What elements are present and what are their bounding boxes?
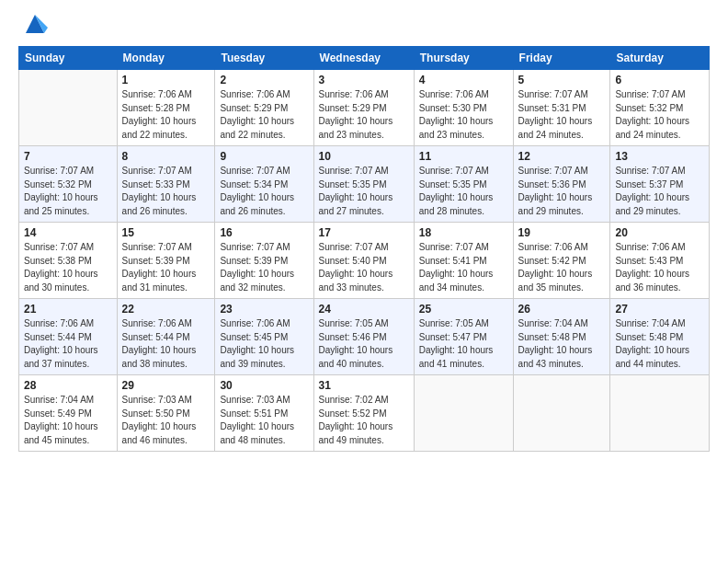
header	[18, 15, 710, 37]
calendar-cell: 16Sunrise: 7:07 AMSunset: 5:39 PMDayligh…	[215, 223, 313, 299]
cell-date-number: 10	[319, 150, 409, 163]
cell-info: Sunrise: 7:06 AMSunset: 5:43 PMDaylight:…	[615, 241, 704, 294]
calendar-cell: 23Sunrise: 7:06 AMSunset: 5:45 PMDayligh…	[215, 299, 313, 375]
calendar-cell: 4Sunrise: 7:06 AMSunset: 5:30 PMDaylight…	[414, 70, 513, 146]
calendar-cell: 21Sunrise: 7:06 AMSunset: 5:44 PMDayligh…	[19, 299, 118, 375]
calendar-cell: 27Sunrise: 7:04 AMSunset: 5:48 PMDayligh…	[610, 299, 710, 375]
calendar-cell: 20Sunrise: 7:06 AMSunset: 5:43 PMDayligh…	[610, 223, 710, 299]
cell-info: Sunrise: 7:06 AMSunset: 5:44 PMDaylight:…	[122, 317, 210, 371]
cell-info: Sunrise: 7:07 AMSunset: 5:40 PMDaylight:…	[319, 241, 409, 294]
weekday-row: SundayMondayTuesdayWednesdayThursdayFrid…	[19, 47, 710, 70]
cell-info: Sunrise: 7:07 AMSunset: 5:36 PMDaylight:…	[518, 165, 606, 218]
cell-date-number: 14	[24, 226, 112, 239]
calendar-week-5: 28Sunrise: 7:04 AMSunset: 5:49 PMDayligh…	[19, 375, 710, 452]
calendar-cell: 28Sunrise: 7:04 AMSunset: 5:49 PMDayligh…	[19, 375, 118, 452]
cell-date-number: 26	[518, 303, 606, 316]
calendar-cell: 14Sunrise: 7:07 AMSunset: 5:38 PMDayligh…	[19, 223, 118, 299]
calendar-cell: 13Sunrise: 7:07 AMSunset: 5:37 PMDayligh…	[610, 146, 710, 223]
cell-info: Sunrise: 7:07 AMSunset: 5:35 PMDaylight:…	[419, 165, 508, 218]
weekday-header-friday: Friday	[513, 47, 610, 70]
calendar-cell: 10Sunrise: 7:07 AMSunset: 5:35 PMDayligh…	[313, 146, 414, 223]
cell-info: Sunrise: 7:03 AMSunset: 5:51 PMDaylight:…	[220, 394, 308, 447]
calendar-cell: 2Sunrise: 7:06 AMSunset: 5:29 PMDaylight…	[215, 70, 313, 146]
cell-date-number: 13	[615, 150, 704, 163]
cell-info: Sunrise: 7:02 AMSunset: 5:52 PMDaylight:…	[319, 394, 409, 447]
cell-date-number: 6	[615, 74, 704, 86]
cell-date-number: 12	[518, 150, 606, 163]
cell-date-number: 9	[220, 150, 308, 163]
cell-date-number: 15	[122, 226, 210, 239]
cell-info: Sunrise: 7:05 AMSunset: 5:46 PMDaylight:…	[319, 317, 409, 371]
cell-date-number: 16	[220, 226, 308, 239]
cell-date-number: 4	[419, 74, 508, 86]
cell-date-number: 28	[24, 379, 112, 392]
cell-info: Sunrise: 7:06 AMSunset: 5:28 PMDaylight:…	[122, 88, 210, 142]
calendar-cell: 17Sunrise: 7:07 AMSunset: 5:40 PMDayligh…	[313, 223, 414, 299]
cell-date-number: 2	[220, 74, 308, 86]
weekday-header-monday: Monday	[117, 47, 215, 70]
calendar-cell: 22Sunrise: 7:06 AMSunset: 5:44 PMDayligh…	[117, 299, 215, 375]
calendar-cell: 26Sunrise: 7:04 AMSunset: 5:48 PMDayligh…	[513, 299, 610, 375]
calendar-body: 1Sunrise: 7:06 AMSunset: 5:28 PMDaylight…	[19, 70, 710, 452]
cell-date-number: 24	[319, 303, 409, 316]
calendar-cell: 5Sunrise: 7:07 AMSunset: 5:31 PMDaylight…	[513, 70, 610, 146]
calendar-cell	[19, 70, 118, 146]
cell-date-number: 3	[319, 74, 409, 86]
calendar-week-3: 14Sunrise: 7:07 AMSunset: 5:38 PMDayligh…	[19, 223, 710, 299]
cell-date-number: 7	[24, 150, 112, 163]
cell-info: Sunrise: 7:06 AMSunset: 5:44 PMDaylight:…	[24, 317, 112, 371]
cell-date-number: 17	[319, 226, 409, 239]
cell-date-number: 8	[122, 150, 210, 163]
cell-info: Sunrise: 7:07 AMSunset: 5:35 PMDaylight:…	[319, 165, 409, 218]
cell-date-number: 31	[319, 379, 409, 392]
calendar-cell	[610, 375, 710, 452]
cell-info: Sunrise: 7:06 AMSunset: 5:29 PMDaylight:…	[220, 88, 308, 142]
cell-info: Sunrise: 7:07 AMSunset: 5:39 PMDaylight:…	[220, 241, 308, 294]
calendar-cell: 19Sunrise: 7:06 AMSunset: 5:42 PMDayligh…	[513, 223, 610, 299]
logo-icon	[22, 11, 48, 37]
cell-info: Sunrise: 7:07 AMSunset: 5:38 PMDaylight:…	[24, 241, 112, 294]
weekday-header-wednesday: Wednesday	[313, 47, 414, 70]
weekday-header-tuesday: Tuesday	[215, 47, 313, 70]
cell-info: Sunrise: 7:03 AMSunset: 5:50 PMDaylight:…	[122, 394, 210, 447]
cell-info: Sunrise: 7:06 AMSunset: 5:45 PMDaylight:…	[220, 317, 308, 371]
calendar-table: SundayMondayTuesdayWednesdayThursdayFrid…	[18, 46, 710, 452]
cell-date-number: 5	[518, 74, 606, 86]
cell-info: Sunrise: 7:07 AMSunset: 5:33 PMDaylight:…	[122, 165, 210, 218]
cell-info: Sunrise: 7:06 AMSunset: 5:30 PMDaylight:…	[419, 88, 508, 142]
calendar-cell: 3Sunrise: 7:06 AMSunset: 5:29 PMDaylight…	[313, 70, 414, 146]
cell-info: Sunrise: 7:07 AMSunset: 5:37 PMDaylight:…	[615, 165, 704, 218]
logo	[18, 15, 48, 37]
calendar-cell	[513, 375, 610, 452]
calendar-cell: 31Sunrise: 7:02 AMSunset: 5:52 PMDayligh…	[313, 375, 414, 452]
cell-info: Sunrise: 7:06 AMSunset: 5:42 PMDaylight:…	[518, 241, 606, 294]
calendar-week-4: 21Sunrise: 7:06 AMSunset: 5:44 PMDayligh…	[19, 299, 710, 375]
calendar-cell: 18Sunrise: 7:07 AMSunset: 5:41 PMDayligh…	[414, 223, 513, 299]
calendar-cell: 25Sunrise: 7:05 AMSunset: 5:47 PMDayligh…	[414, 299, 513, 375]
cell-info: Sunrise: 7:07 AMSunset: 5:41 PMDaylight:…	[419, 241, 508, 294]
calendar-cell: 11Sunrise: 7:07 AMSunset: 5:35 PMDayligh…	[414, 146, 513, 223]
cell-date-number: 20	[615, 226, 704, 239]
cell-date-number: 22	[122, 303, 210, 316]
cell-date-number: 21	[24, 303, 112, 316]
cell-info: Sunrise: 7:04 AMSunset: 5:49 PMDaylight:…	[24, 394, 112, 447]
page: SundayMondayTuesdayWednesdayThursdayFrid…	[0, 0, 728, 563]
cell-date-number: 29	[122, 379, 210, 392]
calendar-week-2: 7Sunrise: 7:07 AMSunset: 5:32 PMDaylight…	[19, 146, 710, 223]
cell-info: Sunrise: 7:07 AMSunset: 5:32 PMDaylight:…	[615, 88, 704, 142]
calendar-header: SundayMondayTuesdayWednesdayThursdayFrid…	[19, 47, 710, 70]
cell-date-number: 11	[419, 150, 508, 163]
cell-date-number: 19	[518, 226, 606, 239]
calendar-cell: 9Sunrise: 7:07 AMSunset: 5:34 PMDaylight…	[215, 146, 313, 223]
weekday-header-saturday: Saturday	[610, 47, 710, 70]
cell-info: Sunrise: 7:04 AMSunset: 5:48 PMDaylight:…	[518, 317, 606, 371]
cell-info: Sunrise: 7:07 AMSunset: 5:34 PMDaylight:…	[220, 165, 308, 218]
cell-date-number: 27	[615, 303, 704, 316]
cell-info: Sunrise: 7:04 AMSunset: 5:48 PMDaylight:…	[615, 317, 704, 371]
calendar-cell: 24Sunrise: 7:05 AMSunset: 5:46 PMDayligh…	[313, 299, 414, 375]
cell-info: Sunrise: 7:06 AMSunset: 5:29 PMDaylight:…	[319, 88, 409, 142]
cell-date-number: 23	[220, 303, 308, 316]
calendar-cell: 29Sunrise: 7:03 AMSunset: 5:50 PMDayligh…	[117, 375, 215, 452]
calendar-cell: 15Sunrise: 7:07 AMSunset: 5:39 PMDayligh…	[117, 223, 215, 299]
calendar-cell: 6Sunrise: 7:07 AMSunset: 5:32 PMDaylight…	[610, 70, 710, 146]
